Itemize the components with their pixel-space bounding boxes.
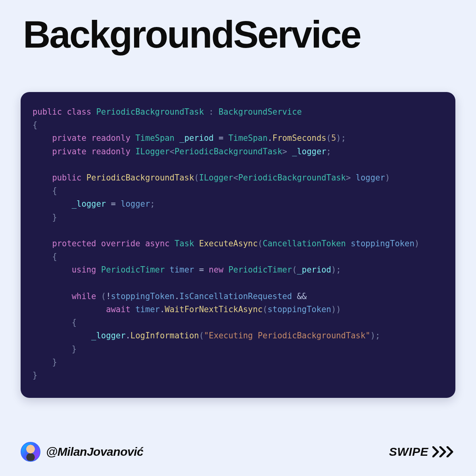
chevron-right-icon xyxy=(432,446,455,457)
footer: @MilanJovanović SWIPE xyxy=(21,442,455,462)
code-snippet-card: public class PeriodicBackgroundTask : Ba… xyxy=(21,92,455,398)
page-title: BackgroundService xyxy=(23,13,361,56)
code-block: public class PeriodicBackgroundTask : Ba… xyxy=(33,106,443,382)
avatar xyxy=(21,442,40,462)
author-block: @MilanJovanović xyxy=(21,442,143,462)
swipe-label: SWIPE xyxy=(389,445,428,459)
swipe-indicator: SWIPE xyxy=(389,445,455,459)
author-handle: @MilanJovanović xyxy=(46,445,143,459)
